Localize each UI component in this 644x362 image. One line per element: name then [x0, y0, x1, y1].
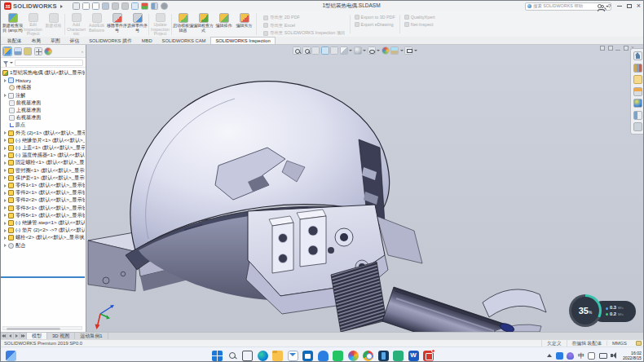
- tree-item[interactable]: (-) 绝缘垫片<1> (默认<<默认>_显示: [1, 137, 85, 144]
- tree-item[interactable]: (-) 上盖<1> (默认<<默认>_显示状态: [1, 144, 85, 152]
- widgets-icon[interactable]: [6, 351, 16, 361]
- word-icon[interactable]: [408, 351, 419, 361]
- select-balloons-button[interactable]: 选择零件序号: [127, 12, 148, 37]
- view-palette-icon[interactable]: [633, 87, 642, 96]
- options-gear-icon[interactable]: [161, 2, 168, 10]
- minimize-icon[interactable]: [617, 6, 622, 7]
- tree-item[interactable]: 保护套<1> (默认<<默认>_显示状态: [1, 174, 85, 182]
- previous-view-icon[interactable]: [311, 46, 320, 55]
- display-style-icon[interactable]: [354, 46, 362, 55]
- expander-icon[interactable]: [4, 147, 7, 150]
- solidworks-resources-icon[interactable]: [633, 51, 642, 60]
- dropdown-icon[interactable]: [363, 50, 366, 51]
- dropdown-icon[interactable]: [400, 50, 404, 51]
- tree-item[interactable]: (-) 温度传感器<1> (默认<<默认>_显: [1, 152, 85, 159]
- expander-icon[interactable]: [4, 206, 7, 210]
- tree-item[interactable]: 注解: [1, 92, 85, 99]
- property-manager-tab-icon[interactable]: [14, 47, 22, 55]
- close-icon[interactable]: [636, 3, 642, 10]
- cad-model-3d-view[interactable]: [86, 45, 644, 332]
- expander-icon[interactable]: [4, 131, 7, 135]
- design-library-icon[interactable]: [633, 64, 642, 73]
- tree-item-root[interactable]: 1型铠装热电偶 (默认<默认_显示状态-1: [1, 69, 85, 77]
- panel-tab-overflow-icon[interactable]: ›: [82, 49, 83, 54]
- menu-expand-icon[interactable]: [60, 5, 63, 8]
- remove-balloons-button[interactable]: 移除零件序号: [107, 12, 127, 37]
- ime-language-indicator[interactable]: 中: [578, 352, 584, 360]
- tree-item[interactable]: 传感器: [1, 84, 85, 91]
- save-icon[interactable]: [102, 2, 109, 10]
- home-icon[interactable]: [73, 2, 80, 10]
- start-button-icon[interactable]: [212, 351, 223, 361]
- display-settings-icon[interactable]: [151, 2, 158, 10]
- restore-icon[interactable]: [627, 4, 632, 8]
- filter-input[interactable]: [15, 60, 83, 66]
- tree-item[interactable]: 螺栓<2> (默认<<默认>_显示状态: [1, 234, 85, 241]
- tree-item[interactable]: 固定螺栓<1> (默认<<默认>_显示状: [1, 159, 85, 166]
- expander-icon[interactable]: [4, 184, 7, 188]
- task-view-icon[interactable]: [242, 351, 253, 361]
- tree-item[interactable]: (-) 垫片 (2)<2> ->? (默认<<默认>_: [1, 227, 85, 234]
- tab-motion-study[interactable]: 运动算例1: [75, 333, 108, 339]
- help-icon[interactable]: ?: [607, 3, 612, 10]
- wps-icon[interactable]: [393, 351, 404, 361]
- tree-item[interactable]: 前视基准面: [1, 99, 85, 107]
- tab-mbd[interactable]: MBD: [137, 37, 157, 44]
- display-manager-tab-icon[interactable]: [44, 47, 52, 55]
- sign-in-icon[interactable]: [598, 4, 602, 8]
- rebuild-icon[interactable]: [141, 2, 148, 10]
- filter-dropdown-icon[interactable]: [10, 62, 13, 64]
- expander-icon[interactable]: [4, 154, 7, 157]
- tab-model[interactable]: 模型: [27, 333, 47, 339]
- tree-item[interactable]: 零件2<2> (默认<<默认>_显示状态: [1, 196, 85, 204]
- tab-scroll-first-button[interactable]: [1, 333, 7, 339]
- edge-icon[interactable]: [258, 351, 268, 361]
- open-icon[interactable]: [92, 2, 99, 10]
- onedrive-icon[interactable]: [318, 351, 329, 361]
- expander-icon[interactable]: [4, 236, 7, 240]
- new-window-icon[interactable]: [600, 46, 605, 51]
- zoom-area-icon[interactable]: [302, 46, 311, 55]
- taskbar-search-icon[interactable]: [227, 351, 238, 361]
- tab-solidworks-cam[interactable]: SOLIDWORKS CAM: [157, 37, 211, 44]
- tab-scroll-last-button[interactable]: [20, 333, 27, 339]
- apply-scene-icon[interactable]: [390, 46, 399, 55]
- configuration-manager-tab-icon[interactable]: [24, 47, 32, 55]
- cast-screen-icon[interactable]: [599, 353, 607, 359]
- new-document-icon[interactable]: [82, 2, 90, 10]
- volume-icon[interactable]: [611, 352, 619, 360]
- tab-sketch[interactable]: 草图: [46, 37, 65, 44]
- rollback-bar[interactable]: [1, 276, 85, 278]
- tree-horizontal-scrollbar[interactable]: [2, 326, 82, 330]
- file-explorer-icon[interactable]: [633, 75, 642, 84]
- tree-item[interactable]: (-) 绝缘管.step<1> (默认<<默认>_显: [1, 219, 85, 227]
- feature-manager-tab-icon[interactable]: [3, 47, 11, 55]
- file-explorer-taskbar-icon[interactable]: [272, 351, 283, 361]
- hidden-icons-chevron-icon[interactable]: [547, 354, 552, 357]
- expander-icon[interactable]: [4, 176, 7, 179]
- tree-item[interactable]: 右视基准面: [1, 114, 85, 121]
- tree-item[interactable]: 密封圈<1> (默认<<默认>_显示状态: [1, 167, 85, 174]
- expander-icon[interactable]: [4, 214, 7, 217]
- expander-icon[interactable]: [4, 229, 7, 232]
- tree-item-mates[interactable]: 配合: [1, 242, 85, 249]
- solidworks-forum-icon[interactable]: [633, 122, 642, 131]
- graphics-viewport[interactable]: × 35% 0.3M/s 0.2M/s: [86, 45, 644, 332]
- edit-operations-button[interactable]: 编辑操作: [214, 12, 234, 37]
- tab-assembly[interactable]: 装配体: [2, 37, 26, 44]
- launch-template-editor-button[interactable]: 启动模板编辑器: [173, 12, 193, 37]
- view-orientation-icon[interactable]: [340, 46, 348, 55]
- expander-icon[interactable]: [4, 94, 7, 97]
- expander-icon[interactable]: [4, 192, 7, 195]
- expander-icon[interactable]: [4, 199, 7, 202]
- tag-icon[interactable]: [636, 341, 642, 346]
- expander-icon[interactable]: [4, 161, 7, 165]
- view-settings-icon[interactable]: [404, 46, 412, 55]
- tree-item[interactable]: 零件1<1> (默认<<默认>_显示状态: [1, 182, 85, 189]
- expander-icon[interactable]: [4, 222, 7, 225]
- annotation-visibility-icon[interactable]: [330, 46, 338, 55]
- green-app-icon[interactable]: [333, 351, 343, 361]
- phone-link-icon[interactable]: [378, 351, 389, 361]
- ime-keyboard-icon[interactable]: [588, 352, 595, 360]
- filter-funnel-icon[interactable]: [3, 61, 8, 64]
